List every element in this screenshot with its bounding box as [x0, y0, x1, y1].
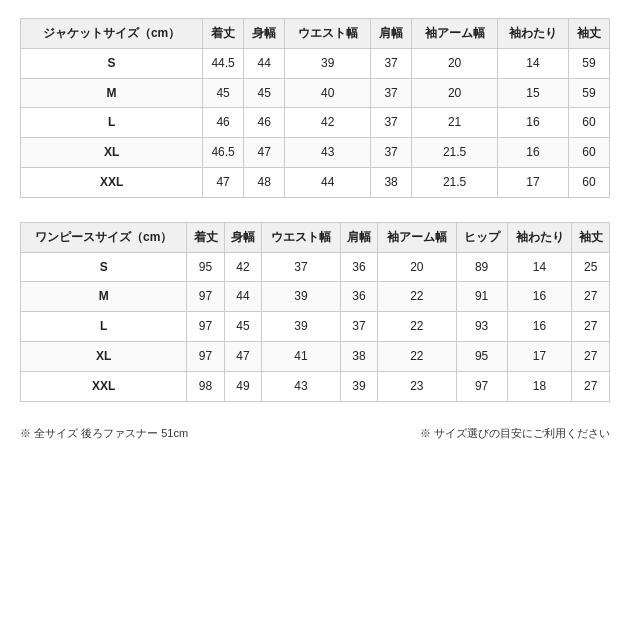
jacket-cell: 20 — [412, 78, 498, 108]
jacket-cell: 42 — [285, 108, 371, 138]
jacket-row-size: XXL — [21, 167, 203, 197]
onepiece-cell: 22 — [378, 282, 456, 312]
jacket-cell: 60 — [568, 167, 609, 197]
onepiece-cell: 39 — [340, 371, 377, 401]
jacket-cell: 45 — [244, 78, 285, 108]
jacket-cell: 47 — [203, 167, 244, 197]
onepiece-cell: 39 — [262, 282, 340, 312]
onepiece-section: ワンピースサイズ（cm） 着丈 身幅 ウエスト幅 肩幅 袖アーム幅 ヒップ 袖わ… — [20, 222, 610, 402]
onepiece-row-size: M — [21, 282, 187, 312]
onepiece-header-7: 袖丈 — [572, 222, 610, 252]
jacket-cell: 16 — [498, 108, 569, 138]
onepiece-header-5: ヒップ — [456, 222, 507, 252]
onepiece-cell: 36 — [340, 252, 377, 282]
onepiece-cell: 17 — [507, 341, 572, 371]
onepiece-row-size: L — [21, 312, 187, 342]
jacket-header-3: 肩幅 — [371, 19, 412, 49]
onepiece-cell: 93 — [456, 312, 507, 342]
onepiece-cell: 49 — [224, 371, 261, 401]
onepiece-cell: 97 — [187, 282, 224, 312]
onepiece-cell: 38 — [340, 341, 377, 371]
jacket-header-4: 袖アーム幅 — [412, 19, 498, 49]
jacket-cell: 43 — [285, 138, 371, 168]
jacket-cell: 16 — [498, 138, 569, 168]
onepiece-cell: 18 — [507, 371, 572, 401]
jacket-header-1: 身幅 — [244, 19, 285, 49]
onepiece-cell: 37 — [262, 252, 340, 282]
jacket-cell: 40 — [285, 78, 371, 108]
jacket-cell: 60 — [568, 138, 609, 168]
onepiece-cell: 97 — [456, 371, 507, 401]
jacket-cell: 39 — [285, 48, 371, 78]
jacket-header-5: 袖わたり — [498, 19, 569, 49]
onepiece-row-size: S — [21, 252, 187, 282]
footer-notes: ※ 全サイズ 後ろファスナー 51cm ※ サイズ選びの目安にご利用ください — [20, 426, 610, 441]
onepiece-cell: 27 — [572, 282, 610, 312]
onepiece-cell: 36 — [340, 282, 377, 312]
onepiece-cell: 95 — [456, 341, 507, 371]
jacket-row-size: XL — [21, 138, 203, 168]
jacket-table: ジャケットサイズ（cm） 着丈 身幅 ウエスト幅 肩幅 袖アーム幅 袖わたり 袖… — [20, 18, 610, 198]
onepiece-cell: 47 — [224, 341, 261, 371]
onepiece-cell: 22 — [378, 341, 456, 371]
jacket-header-2: ウエスト幅 — [285, 19, 371, 49]
onepiece-cell: 16 — [507, 312, 572, 342]
jacket-cell: 46.5 — [203, 138, 244, 168]
jacket-cell: 60 — [568, 108, 609, 138]
footer-left: ※ 全サイズ 後ろファスナー 51cm — [20, 426, 188, 441]
jacket-cell: 37 — [371, 108, 412, 138]
onepiece-header-4: 袖アーム幅 — [378, 222, 456, 252]
jacket-cell: 46 — [203, 108, 244, 138]
jacket-cell: 21.5 — [412, 138, 498, 168]
jacket-section: ジャケットサイズ（cm） 着丈 身幅 ウエスト幅 肩幅 袖アーム幅 袖わたり 袖… — [20, 18, 610, 198]
jacket-cell: 21 — [412, 108, 498, 138]
onepiece-cell: 98 — [187, 371, 224, 401]
onepiece-header-2: ウエスト幅 — [262, 222, 340, 252]
onepiece-cell: 27 — [572, 341, 610, 371]
onepiece-caption: ワンピースサイズ（cm） — [21, 222, 187, 252]
jacket-cell: 20 — [412, 48, 498, 78]
jacket-cell: 48 — [244, 167, 285, 197]
onepiece-cell: 44 — [224, 282, 261, 312]
onepiece-cell: 89 — [456, 252, 507, 282]
onepiece-cell: 22 — [378, 312, 456, 342]
jacket-cell: 46 — [244, 108, 285, 138]
onepiece-cell: 97 — [187, 341, 224, 371]
jacket-cell: 59 — [568, 48, 609, 78]
onepiece-cell: 42 — [224, 252, 261, 282]
jacket-header-6: 袖丈 — [568, 19, 609, 49]
jacket-row-size: L — [21, 108, 203, 138]
onepiece-cell: 37 — [340, 312, 377, 342]
onepiece-cell: 91 — [456, 282, 507, 312]
jacket-cell: 44.5 — [203, 48, 244, 78]
jacket-cell: 44 — [244, 48, 285, 78]
onepiece-row-size: XL — [21, 341, 187, 371]
onepiece-cell: 23 — [378, 371, 456, 401]
jacket-cell: 37 — [371, 138, 412, 168]
jacket-cell: 59 — [568, 78, 609, 108]
jacket-cell: 21.5 — [412, 167, 498, 197]
onepiece-cell: 39 — [262, 312, 340, 342]
onepiece-cell: 45 — [224, 312, 261, 342]
onepiece-cell: 97 — [187, 312, 224, 342]
onepiece-cell: 27 — [572, 312, 610, 342]
jacket-cell: 15 — [498, 78, 569, 108]
onepiece-header-0: 着丈 — [187, 222, 224, 252]
jacket-row-size: S — [21, 48, 203, 78]
jacket-cell: 37 — [371, 78, 412, 108]
jacket-cell: 45 — [203, 78, 244, 108]
jacket-cell: 38 — [371, 167, 412, 197]
jacket-caption: ジャケットサイズ（cm） — [21, 19, 203, 49]
onepiece-table: ワンピースサイズ（cm） 着丈 身幅 ウエスト幅 肩幅 袖アーム幅 ヒップ 袖わ… — [20, 222, 610, 402]
footer-right: ※ サイズ選びの目安にご利用ください — [420, 426, 610, 441]
jacket-cell: 44 — [285, 167, 371, 197]
onepiece-cell: 25 — [572, 252, 610, 282]
onepiece-cell: 41 — [262, 341, 340, 371]
onepiece-cell: 14 — [507, 252, 572, 282]
onepiece-cell: 27 — [572, 371, 610, 401]
onepiece-header-6: 袖わたり — [507, 222, 572, 252]
jacket-cell: 47 — [244, 138, 285, 168]
jacket-header-0: 着丈 — [203, 19, 244, 49]
jacket-cell: 37 — [371, 48, 412, 78]
jacket-cell: 17 — [498, 167, 569, 197]
